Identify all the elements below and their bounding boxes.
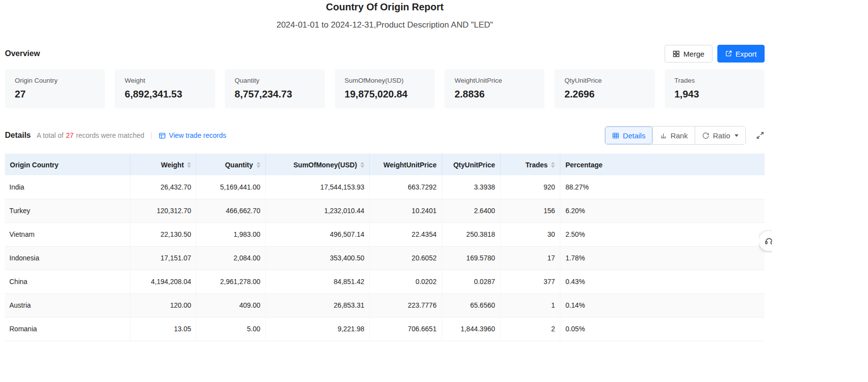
cell-origin-country: Austria bbox=[5, 293, 130, 317]
table-row: Turkey120,312.70466,662.701,232,010.4410… bbox=[5, 199, 765, 223]
cell-quantity: 409.00 bbox=[196, 293, 265, 317]
cell-weight: 4,194,208.04 bbox=[130, 270, 196, 293]
cell-weightunitprice: 663.7292 bbox=[370, 175, 442, 199]
column-label: QtyUnitPrice bbox=[453, 161, 495, 169]
cell-qtyunitprice: 1,844.3960 bbox=[442, 317, 500, 341]
sort-icon[interactable] bbox=[360, 162, 364, 168]
stat-card-value: 6,892,341.53 bbox=[125, 89, 205, 100]
cell-trades: 17 bbox=[500, 246, 560, 270]
cell-qtyunitprice: 3.3938 bbox=[442, 175, 500, 199]
merge-icon bbox=[673, 50, 680, 58]
column-header-weight[interactable]: Weight bbox=[130, 154, 196, 175]
table-view-icon bbox=[612, 132, 619, 139]
details-header-row: Details A total of 27 records were match… bbox=[5, 126, 765, 145]
cell-origin-country: Vietnam bbox=[5, 223, 130, 246]
stat-card-value: 2.8836 bbox=[454, 89, 535, 100]
table-row: China4,194,208.042,961,278.0084,851.420.… bbox=[5, 270, 765, 293]
column-header-percentage: Percentage bbox=[560, 154, 765, 175]
tab-rank-label: Rank bbox=[671, 131, 688, 140]
sort-icon[interactable] bbox=[551, 162, 555, 168]
stat-card-label: Trades bbox=[675, 77, 755, 84]
stat-card-weightunitprice: WeightUnitPrice2.8836 bbox=[445, 69, 545, 108]
cell-weight: 120.00 bbox=[130, 293, 196, 317]
table-header-row: Origin CountryWeightQuantitySumOfMoney(U… bbox=[5, 154, 765, 175]
tab-rank[interactable]: Rank bbox=[652, 127, 695, 144]
cell-sumofmoney-usd: 9,221.98 bbox=[265, 317, 369, 341]
cell-weight: 26,432.70 bbox=[130, 175, 196, 199]
column-label: Percentage bbox=[565, 161, 602, 169]
column-header-sumofmoney-usd[interactable]: SumOfMoney(USD) bbox=[265, 154, 369, 175]
cell-percentage: 0.14% bbox=[560, 293, 765, 317]
cell-qtyunitprice: 169.5780 bbox=[442, 246, 500, 270]
cell-weight: 120,312.70 bbox=[130, 199, 196, 223]
summary-suffix: records were matched bbox=[76, 131, 145, 139]
details-heading: Details bbox=[5, 131, 31, 140]
column-label: Quantity bbox=[225, 161, 253, 169]
stat-card-label: SumOfMoney(USD) bbox=[345, 77, 425, 84]
overview-cards: Origin Country27Weight6,892,341.53Quanti… bbox=[5, 69, 765, 108]
stat-card-quantity: Quantity8,757,234.73 bbox=[225, 69, 325, 108]
cell-quantity: 5.00 bbox=[196, 317, 265, 341]
cell-percentage: 6.20% bbox=[560, 199, 765, 223]
table-row: Austria120.00409.0026,853.31223.777665.6… bbox=[5, 293, 765, 317]
cell-trades: 1 bbox=[500, 293, 560, 317]
stat-card-label: WeightUnitPrice bbox=[454, 77, 535, 84]
cell-trades: 377 bbox=[500, 270, 560, 293]
sort-icon[interactable] bbox=[257, 162, 260, 168]
cell-trades: 156 bbox=[500, 199, 560, 223]
report-page: Country Of Origin Report 2024-01-01 to 2… bbox=[5, 0, 765, 341]
tab-details[interactable]: Details bbox=[605, 127, 652, 144]
column-header-trades[interactable]: Trades bbox=[500, 154, 560, 175]
trade-records-icon bbox=[159, 132, 166, 139]
cell-weightunitprice: 223.7776 bbox=[370, 293, 442, 317]
cell-origin-country: China bbox=[5, 270, 130, 293]
cell-sumofmoney-usd: 496,507.14 bbox=[265, 223, 369, 246]
details-left: Details A total of 27 records were match… bbox=[5, 131, 226, 140]
cell-weight: 17,151.07 bbox=[130, 246, 196, 270]
overview-actions: Merge Export bbox=[665, 45, 765, 63]
view-trade-records-link[interactable]: View trade records bbox=[159, 131, 226, 139]
vertical-divider bbox=[151, 132, 152, 139]
matched-count: 27 bbox=[66, 131, 74, 139]
rank-icon bbox=[660, 132, 667, 139]
page-title: Country Of Origin Report bbox=[5, 1, 765, 13]
cell-sumofmoney-usd: 26,853.31 bbox=[265, 293, 369, 317]
merge-button[interactable]: Merge bbox=[665, 45, 712, 63]
table-row: Vietnam22,130.501,983.00496,507.1422.435… bbox=[5, 223, 765, 246]
origin-country-table: Origin CountryWeightQuantitySumOfMoney(U… bbox=[5, 154, 765, 341]
cell-percentage: 0.43% bbox=[560, 270, 765, 293]
cell-qtyunitprice: 250.3818 bbox=[442, 223, 500, 246]
support-button[interactable] bbox=[759, 231, 772, 251]
cell-weightunitprice: 0.0202 bbox=[370, 270, 442, 293]
column-label: SumOfMoney(USD) bbox=[293, 161, 357, 169]
column-header-quantity[interactable]: Quantity bbox=[196, 154, 265, 175]
cell-origin-country: India bbox=[5, 175, 130, 199]
fullscreen-button[interactable] bbox=[756, 131, 765, 140]
cell-quantity: 5,169,441.00 bbox=[196, 175, 265, 199]
cell-qtyunitprice: 2.6400 bbox=[442, 199, 500, 223]
export-button[interactable]: Export bbox=[717, 45, 765, 63]
stat-card-value: 19,875,020.84 bbox=[345, 89, 425, 100]
stat-card-value: 1,943 bbox=[675, 89, 755, 100]
export-icon bbox=[725, 50, 732, 57]
sort-icon[interactable] bbox=[187, 162, 191, 168]
cell-sumofmoney-usd: 17,544,153.93 bbox=[265, 175, 369, 199]
overview-heading: Overview bbox=[5, 49, 40, 58]
cell-sumofmoney-usd: 353,400.50 bbox=[265, 246, 369, 270]
fullscreen-icon bbox=[756, 131, 765, 140]
stat-card-origin-country: Origin Country27 bbox=[5, 69, 105, 108]
export-button-label: Export bbox=[736, 50, 757, 58]
cell-sumofmoney-usd: 84,851.42 bbox=[265, 270, 369, 293]
stat-card-sumofmoney-usd: SumOfMoney(USD)19,875,020.84 bbox=[335, 69, 435, 108]
table-row: Romania13.055.009,221.98706.66511,844.39… bbox=[5, 317, 765, 341]
cell-weightunitprice: 10.2401 bbox=[370, 199, 442, 223]
stat-card-value: 2.2696 bbox=[564, 89, 644, 100]
cell-percentage: 1.78% bbox=[560, 246, 765, 270]
cell-weightunitprice: 20.6052 bbox=[370, 246, 442, 270]
cell-weight: 22,130.50 bbox=[130, 223, 196, 246]
cell-percentage: 88.27% bbox=[560, 175, 765, 199]
table-row: India26,432.705,169,441.0017,544,153.936… bbox=[5, 175, 765, 199]
cell-trades: 30 bbox=[500, 223, 560, 246]
tab-ratio[interactable]: Ratio bbox=[695, 127, 745, 144]
merge-button-label: Merge bbox=[683, 50, 705, 58]
